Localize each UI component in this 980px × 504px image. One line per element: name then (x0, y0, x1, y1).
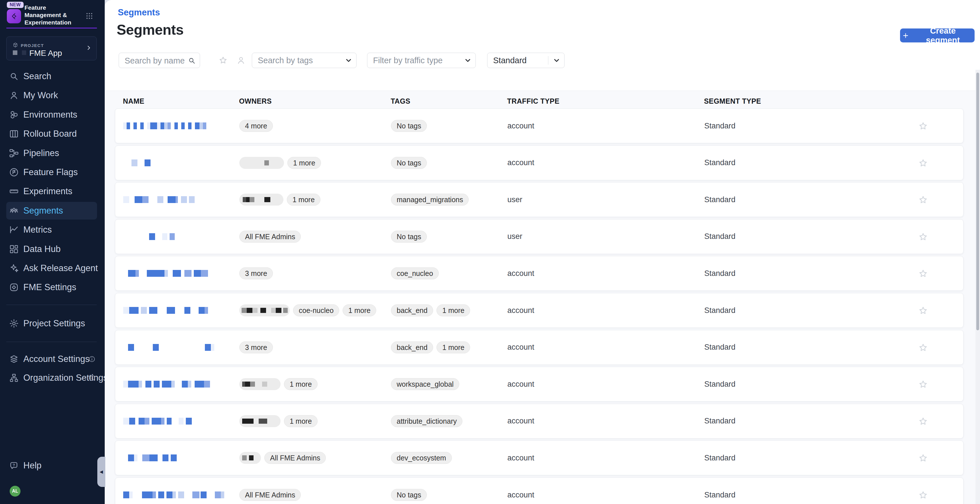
info-icon[interactable] (88, 374, 95, 381)
redacted-text-block (221, 491, 224, 498)
sidebar-item-segments[interactable]: Segments (6, 202, 97, 220)
create-segment-button[interactable]: Create segment (900, 29, 975, 42)
segment-name-redacted[interactable] (123, 109, 206, 143)
redacted-owner-block (253, 419, 259, 424)
segment-name-redacted[interactable] (123, 146, 151, 180)
table-row[interactable]: coe-nucleo1 moreback_end1 moreaccountSta… (115, 293, 964, 328)
table-row[interactable]: All FME AdminsNo tagsuserStandard (115, 219, 964, 254)
sidebar-item-my-work[interactable]: My Work (6, 86, 97, 104)
table-row[interactable]: 3 moreback_end1 moreaccountStandard (115, 330, 964, 365)
redacted-text-block (145, 159, 151, 166)
sidebar-item-project-settings[interactable]: Project Settings (6, 315, 97, 332)
table-row[interactable]: 1 moreworkspace_globalaccountStandard (115, 367, 964, 402)
info-icon[interactable] (88, 356, 95, 363)
owner-redacted-pill (239, 305, 290, 316)
sidebar-item-data-hub[interactable]: Data Hub (6, 240, 97, 258)
sidebar-item-feature-flags[interactable]: Feature Flags (6, 163, 97, 181)
table-row[interactable]: 1 moreattribute_dictionaryaccountStandar… (115, 404, 964, 439)
redacted-text-block (147, 307, 149, 314)
redacted-text-block (142, 196, 148, 203)
page-title: Segments (117, 22, 183, 38)
redacted-text-block (156, 491, 158, 498)
traffic-type-value: account (508, 306, 535, 315)
user-avatar[interactable]: AL (10, 486, 21, 497)
table-row[interactable]: 1 moreNo tagsaccountStandard (115, 145, 964, 180)
redacted-owner-block (260, 308, 266, 313)
tag-chip: back_end (391, 341, 433, 353)
sidebar-item-account-settings[interactable]: Account Settings (6, 350, 97, 368)
table-row[interactable]: 3 morecoe_nucleoaccountStandard (115, 256, 964, 291)
segment-name-redacted[interactable] (123, 220, 175, 254)
favorite-star-icon[interactable] (918, 195, 928, 205)
favorite-star-icon[interactable] (918, 121, 928, 131)
tags-filter-select[interactable]: Search by tags (252, 53, 356, 68)
table-row[interactable]: All FME AdminsNo tagsaccountStandard (115, 477, 964, 504)
sidebar-collapse-handle[interactable]: ◀ (97, 457, 105, 487)
traffic-type-filter-select[interactable]: Filter by traffic type (367, 53, 476, 68)
favorite-star-icon[interactable] (918, 490, 928, 500)
breadcrumb[interactable]: Segments (118, 7, 160, 18)
table-row[interactable]: 4 moreNo tagsaccountStandard (115, 108, 964, 143)
sidebar-item-ask-release-agent[interactable]: Ask Release Agent (6, 259, 97, 277)
tag-chip: coe_nucleo (391, 267, 439, 279)
redacted-text-block (167, 307, 175, 314)
org-icon (9, 373, 19, 383)
tags-cell: coe_nucleo (391, 256, 439, 290)
my-segments-filter-icon[interactable] (237, 56, 245, 65)
redacted-owner-block (264, 197, 270, 202)
table-row[interactable]: All FME Adminsdev_ecosystemaccountStanda… (115, 440, 964, 475)
favorite-star-icon[interactable] (918, 453, 928, 463)
redacted-text-block (123, 455, 128, 461)
favorite-star-icon[interactable] (918, 416, 928, 426)
app-switcher-icon[interactable] (85, 12, 93, 20)
segment-name-redacted[interactable] (123, 478, 224, 504)
redacted-text-block (123, 307, 129, 314)
search-icon[interactable] (188, 57, 196, 65)
favorite-star-icon[interactable] (918, 380, 928, 389)
sidebar-item-rollout-board[interactable]: Rollout Board (6, 125, 97, 143)
favorite-star-icon[interactable] (918, 343, 928, 352)
segment-name-redacted[interactable] (123, 404, 192, 438)
favorite-star-icon[interactable] (918, 269, 928, 279)
project-selector[interactable]: PROJECT FME App (6, 37, 97, 61)
sidebar-item-search[interactable]: Search (6, 67, 97, 85)
owner-chip: All FME Admins (264, 452, 326, 464)
redacted-text-block (199, 307, 205, 314)
segment-name-redacted[interactable] (123, 330, 214, 364)
scrollbar-thumb[interactable] (976, 73, 979, 330)
search-input[interactable] (124, 54, 185, 67)
redacted-text-block (194, 270, 201, 277)
column-header: TAGS (391, 97, 410, 105)
sidebar-item-experiments[interactable]: Experiments (6, 182, 97, 200)
redacted-text-block (171, 455, 177, 461)
redacted-text-block (144, 123, 147, 129)
segment-name-redacted[interactable] (123, 256, 208, 290)
favorite-star-icon[interactable] (918, 306, 928, 316)
owner-chip: 1 more (343, 305, 376, 316)
redacted-text-block (201, 270, 208, 277)
segment-type-value: Standard (704, 416, 735, 426)
favorite-star-icon[interactable] (918, 232, 928, 242)
sidebar-item-metrics[interactable]: Metrics (6, 221, 97, 239)
table-row[interactable]: 1 moremanaged_migrationsuserStandard (115, 182, 964, 217)
redacted-text-block (171, 123, 175, 129)
segment-name-redacted[interactable] (123, 293, 208, 327)
redacted-text-block (168, 270, 173, 277)
sidebar-item-environments[interactable]: Environments (6, 106, 97, 124)
tags-filter-placeholder: Search by tags (258, 56, 344, 65)
sidebar-item-help[interactable]: Help (6, 457, 63, 474)
favorite-star-icon[interactable] (918, 158, 928, 168)
redacted-text-block (168, 123, 171, 129)
segment-name-redacted[interactable] (123, 441, 177, 475)
redacted-text-block (158, 196, 163, 203)
favorites-filter-star-icon[interactable] (218, 56, 228, 65)
segment-type-select[interactable]: Standard (487, 53, 565, 68)
sidebar-item-fme-settings[interactable]: FME Settings (6, 279, 97, 296)
sidebar-item-organization-settings[interactable]: Organization Settings (6, 369, 97, 387)
app-logo[interactable] (7, 9, 21, 23)
segment-type-cell: Standard (704, 256, 735, 290)
sidebar-item-pipelines[interactable]: Pipelines (6, 144, 97, 162)
redacted-text-block (153, 344, 159, 351)
segment-name-redacted[interactable] (123, 182, 195, 217)
segment-name-redacted[interactable] (123, 367, 210, 401)
